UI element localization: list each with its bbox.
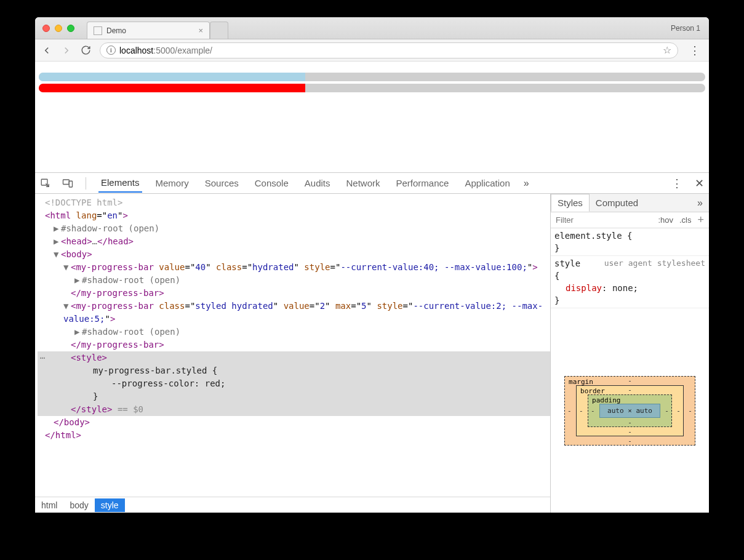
devtools-tab-elements[interactable]: Elements	[98, 174, 142, 193]
progress-bar-2	[39, 84, 705, 92]
devtools-tab-audits[interactable]: Audits	[302, 174, 333, 192]
page-viewport	[35, 62, 709, 172]
tabs-overflow-icon[interactable]: »	[524, 178, 529, 189]
favicon-icon	[94, 26, 102, 35]
styles-tabs: Styles Computed »	[551, 194, 709, 212]
box-model: margin - - - - border - - - -	[551, 308, 709, 513]
crumb-html[interactable]: html	[35, 498, 63, 512]
profile-label[interactable]: Person 1	[671, 24, 700, 33]
crumb-style[interactable]: style	[95, 498, 125, 512]
devtools-tab-network[interactable]: Network	[343, 174, 382, 192]
minimize-window-button[interactable]	[55, 25, 62, 32]
progress-bar-1	[39, 73, 705, 81]
forward-button[interactable]	[61, 45, 72, 56]
devtools-body: <!DOCTYPE html> <html lang="en"> ▶#shado…	[35, 194, 709, 513]
doctype: <!DOCTYPE html>	[45, 198, 122, 207]
new-rule-button[interactable]: +	[697, 214, 704, 226]
titlebar: Demo × Person 1	[35, 17, 709, 39]
hov-toggle[interactable]: :hov	[658, 215, 673, 225]
progress-fill-1	[39, 73, 305, 81]
url-path: /example/	[175, 46, 212, 55]
breadcrumb: html body style	[35, 497, 550, 513]
devtools-tab-memory[interactable]: Memory	[153, 174, 191, 192]
devtools-close-button[interactable]: ✕	[695, 177, 704, 190]
info-icon[interactable]: i	[106, 46, 116, 55]
padding-label: padding	[592, 396, 620, 404]
zoom-window-button[interactable]	[67, 25, 74, 32]
device-icon[interactable]	[62, 178, 73, 189]
rule-close: }	[554, 242, 705, 254]
new-tab-button[interactable]	[210, 22, 228, 39]
box-padding[interactable]: padding - - - auto × auto	[588, 394, 672, 427]
progress-fill-2	[39, 84, 305, 92]
rule-selector: style	[554, 258, 580, 268]
styles-filter-input[interactable]	[556, 215, 593, 225]
styles-tab-computed[interactable]: Computed	[590, 194, 644, 211]
svg-rect-1	[63, 180, 70, 185]
inspect-icon[interactable]	[40, 178, 51, 189]
tab-title: Demo	[106, 26, 126, 35]
reload-button[interactable]	[81, 45, 91, 56]
cls-toggle[interactable]: .cls	[679, 215, 692, 225]
css-value: none	[612, 283, 633, 293]
devtools-tab-performance[interactable]: Performance	[394, 174, 452, 192]
address-bar: i localhost:5000/example/ ☆ ⋮	[35, 39, 709, 62]
nav-controls	[41, 45, 91, 56]
svg-rect-2	[69, 181, 72, 187]
styles-overflow-icon[interactable]: »	[691, 198, 709, 209]
browser-window: Demo × Person 1 i localhost:5000/example…	[35, 17, 709, 513]
browser-tab[interactable]: Demo ×	[87, 22, 210, 39]
rule-open: {	[554, 270, 705, 282]
divider	[86, 177, 86, 190]
devtools-tabbar: Elements Memory Sources Console Audits N…	[35, 173, 709, 194]
menu-button[interactable]: ⋮	[687, 44, 703, 57]
crumb-body[interactable]: body	[63, 498, 94, 512]
styles-filter-row: :hov .cls +	[551, 212, 709, 228]
styles-panel: Styles Computed » :hov .cls + element.st…	[551, 194, 709, 513]
box-content[interactable]: auto × auto	[599, 404, 660, 418]
bookmark-icon[interactable]: ☆	[663, 44, 671, 56]
rule-selector: element.style {	[554, 230, 705, 242]
style-rule-ua[interactable]: styleuser agent stylesheet { display: no…	[551, 256, 709, 308]
box-margin[interactable]: margin - - - - border - - - -	[564, 376, 695, 446]
dom-tree[interactable]: <!DOCTYPE html> <html lang="en"> ▶#shado…	[35, 194, 550, 497]
browser-tabs: Demo ×	[87, 17, 228, 39]
url-port: :5000	[153, 46, 175, 55]
css-property: display	[566, 283, 602, 293]
rule-close: }	[554, 294, 705, 306]
devtools-tab-sources[interactable]: Sources	[202, 174, 241, 192]
rule-source: user agent stylesheet	[604, 257, 705, 270]
window-controls	[35, 25, 74, 32]
style-rule-element[interactable]: element.style { }	[551, 228, 709, 256]
elements-panel: <!DOCTYPE html> <html lang="en"> ▶#shado…	[35, 194, 551, 513]
box-border[interactable]: border - - - - padding - - -	[576, 385, 684, 436]
styles-tab-styles[interactable]: Styles	[551, 194, 590, 212]
tab-close-button[interactable]: ×	[198, 26, 203, 35]
devtools: Elements Memory Sources Console Audits N…	[35, 172, 709, 513]
url-host: localhost	[119, 46, 153, 55]
devtools-tab-application[interactable]: Application	[462, 174, 512, 192]
devtools-tab-console[interactable]: Console	[252, 174, 291, 192]
close-window-button[interactable]	[42, 25, 50, 32]
back-button[interactable]	[41, 45, 52, 56]
url-field[interactable]: i localhost:5000/example/ ☆	[100, 42, 678, 58]
devtools-menu-button[interactable]: ⋮	[669, 177, 685, 190]
